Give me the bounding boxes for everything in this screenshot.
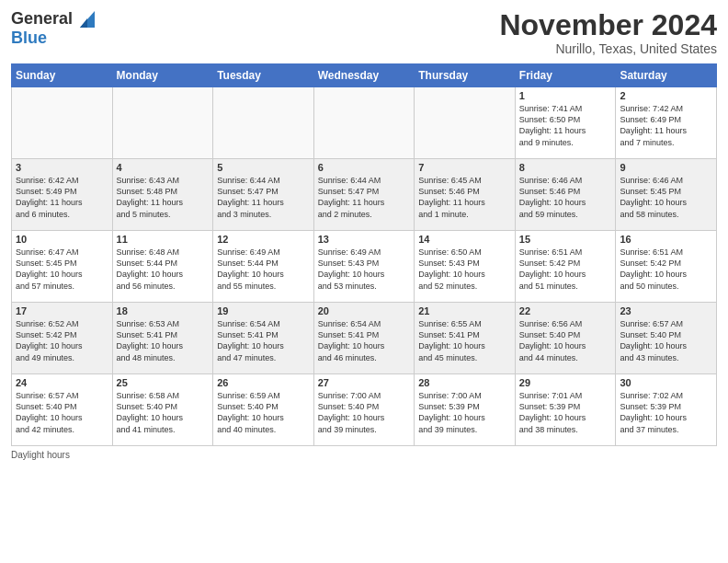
calendar-week-1: 1Sunrise: 7:41 AMSunset: 6:50 PMDaylight… bbox=[12, 87, 717, 159]
calendar-cell-26: 22Sunrise: 6:56 AMSunset: 5:40 PMDayligh… bbox=[515, 303, 616, 374]
calendar-cell-24: 20Sunrise: 6:54 AMSunset: 5:41 PMDayligh… bbox=[313, 303, 415, 374]
day-number: 26 bbox=[217, 377, 310, 388]
day-number: 25 bbox=[117, 377, 210, 388]
day-info: Sunrise: 6:51 AMSunset: 5:42 PMDaylight:… bbox=[620, 247, 712, 292]
day-info: Sunrise: 6:56 AMSunset: 5:40 PMDaylight:… bbox=[519, 318, 612, 363]
day-info: Sunrise: 6:43 AMSunset: 5:48 PMDaylight:… bbox=[117, 175, 210, 220]
day-number: 27 bbox=[318, 377, 411, 388]
day-info: Sunrise: 6:46 AMSunset: 5:46 PMDaylight:… bbox=[519, 175, 612, 220]
day-number: 11 bbox=[117, 234, 210, 245]
day-number: 12 bbox=[217, 234, 310, 245]
day-number: 29 bbox=[519, 377, 612, 388]
day-info: Sunrise: 6:55 AMSunset: 5:41 PMDaylight:… bbox=[418, 318, 511, 363]
calendar-header-friday: Friday bbox=[515, 64, 616, 87]
day-info: Sunrise: 6:54 AMSunset: 5:41 PMDaylight:… bbox=[217, 318, 310, 363]
day-number: 15 bbox=[519, 234, 612, 245]
day-info: Sunrise: 6:57 AMSunset: 5:40 PMDaylight:… bbox=[16, 390, 108, 435]
day-number: 28 bbox=[418, 377, 511, 388]
day-number: 14 bbox=[418, 234, 511, 245]
day-info: Sunrise: 7:00 AMSunset: 5:40 PMDaylight:… bbox=[318, 390, 411, 435]
calendar-cell-15: 11Sunrise: 6:48 AMSunset: 5:44 PMDayligh… bbox=[112, 231, 213, 303]
day-number: 13 bbox=[318, 234, 411, 245]
calendar-cell-28: 24Sunrise: 6:57 AMSunset: 5:40 PMDayligh… bbox=[12, 374, 113, 446]
day-info: Sunrise: 6:49 AMSunset: 5:44 PMDaylight:… bbox=[217, 247, 310, 292]
day-number: 4 bbox=[117, 162, 210, 173]
calendar-cell-10: 6Sunrise: 6:44 AMSunset: 5:47 PMDaylight… bbox=[313, 159, 415, 231]
month-title: November 2024 bbox=[499, 9, 717, 41]
day-number: 10 bbox=[16, 234, 108, 245]
day-number: 2 bbox=[620, 90, 712, 101]
calendar-week-4: 17Sunrise: 6:52 AMSunset: 5:42 PMDayligh… bbox=[12, 303, 717, 374]
calendar-cell-16: 12Sunrise: 6:49 AMSunset: 5:44 PMDayligh… bbox=[213, 231, 314, 303]
day-info: Sunrise: 6:44 AMSunset: 5:47 PMDaylight:… bbox=[318, 175, 411, 220]
calendar-week-3: 10Sunrise: 6:47 AMSunset: 5:45 PMDayligh… bbox=[12, 231, 717, 303]
calendar-cell-18: 14Sunrise: 6:50 AMSunset: 5:43 PMDayligh… bbox=[415, 231, 516, 303]
day-number: 18 bbox=[117, 305, 210, 316]
day-info: Sunrise: 6:58 AMSunset: 5:40 PMDaylight:… bbox=[117, 390, 210, 435]
calendar-cell-1 bbox=[112, 87, 213, 159]
calendar-header-monday: Monday bbox=[112, 64, 213, 87]
day-number: 22 bbox=[519, 305, 612, 316]
calendar-cell-13: 9Sunrise: 6:46 AMSunset: 5:45 PMDaylight… bbox=[616, 159, 717, 231]
calendar-cell-8: 4Sunrise: 6:43 AMSunset: 5:48 PMDaylight… bbox=[112, 159, 213, 231]
day-number: 8 bbox=[519, 162, 612, 173]
day-info: Sunrise: 7:01 AMSunset: 5:39 PMDaylight:… bbox=[519, 390, 612, 435]
day-info: Sunrise: 6:49 AMSunset: 5:43 PMDaylight:… bbox=[318, 247, 411, 292]
calendar-cell-7: 3Sunrise: 6:42 AMSunset: 5:49 PMDaylight… bbox=[12, 159, 113, 231]
day-info: Sunrise: 6:50 AMSunset: 5:43 PMDaylight:… bbox=[418, 247, 511, 292]
calendar-cell-9: 5Sunrise: 6:44 AMSunset: 5:47 PMDaylight… bbox=[213, 159, 314, 231]
calendar-cell-22: 18Sunrise: 6:53 AMSunset: 5:41 PMDayligh… bbox=[112, 303, 213, 374]
day-info: Sunrise: 6:53 AMSunset: 5:41 PMDaylight:… bbox=[117, 318, 210, 363]
calendar-cell-23: 19Sunrise: 6:54 AMSunset: 5:41 PMDayligh… bbox=[213, 303, 314, 374]
calendar-header-tuesday: Tuesday bbox=[213, 64, 314, 87]
day-info: Sunrise: 6:51 AMSunset: 5:42 PMDaylight:… bbox=[519, 247, 612, 292]
calendar-cell-29: 25Sunrise: 6:58 AMSunset: 5:40 PMDayligh… bbox=[112, 374, 213, 446]
calendar-cell-0 bbox=[12, 87, 113, 159]
day-number: 30 bbox=[620, 377, 712, 388]
day-info: Sunrise: 6:47 AMSunset: 5:45 PMDaylight:… bbox=[16, 247, 108, 292]
day-number: 5 bbox=[217, 162, 310, 173]
calendar-cell-2 bbox=[213, 87, 314, 159]
day-number: 17 bbox=[16, 305, 108, 316]
calendar-cell-4 bbox=[415, 87, 516, 159]
day-number: 1 bbox=[519, 90, 612, 101]
calendar-week-2: 3Sunrise: 6:42 AMSunset: 5:49 PMDaylight… bbox=[12, 159, 717, 231]
day-info: Sunrise: 6:45 AMSunset: 5:46 PMDaylight:… bbox=[418, 175, 511, 220]
calendar-cell-14: 10Sunrise: 6:47 AMSunset: 5:45 PMDayligh… bbox=[12, 231, 113, 303]
day-info: Sunrise: 6:42 AMSunset: 5:49 PMDaylight:… bbox=[16, 175, 108, 220]
svg-marker-1 bbox=[80, 18, 87, 28]
footer-note: Daylight hours bbox=[11, 450, 717, 460]
calendar-header-sunday: Sunday bbox=[12, 64, 113, 87]
calendar-header-row: SundayMondayTuesdayWednesdayThursdayFrid… bbox=[12, 64, 717, 87]
logo-general-text: General bbox=[11, 9, 73, 29]
day-number: 7 bbox=[418, 162, 511, 173]
day-info: Sunrise: 7:00 AMSunset: 5:39 PMDaylight:… bbox=[418, 390, 511, 435]
day-info: Sunrise: 6:59 AMSunset: 5:40 PMDaylight:… bbox=[217, 390, 310, 435]
calendar-cell-25: 21Sunrise: 6:55 AMSunset: 5:41 PMDayligh… bbox=[415, 303, 516, 374]
day-number: 16 bbox=[620, 234, 712, 245]
day-number: 20 bbox=[318, 305, 411, 316]
header: General Blue November 2024 Nurillo, Texa… bbox=[11, 9, 717, 56]
calendar-cell-19: 15Sunrise: 6:51 AMSunset: 5:42 PMDayligh… bbox=[515, 231, 616, 303]
day-number: 23 bbox=[620, 305, 712, 316]
calendar-table: SundayMondayTuesdayWednesdayThursdayFrid… bbox=[11, 63, 717, 446]
calendar-cell-5: 1Sunrise: 7:41 AMSunset: 6:50 PMDaylight… bbox=[515, 87, 616, 159]
day-number: 21 bbox=[418, 305, 511, 316]
day-number: 6 bbox=[318, 162, 411, 173]
calendar-cell-33: 29Sunrise: 7:01 AMSunset: 5:39 PMDayligh… bbox=[515, 374, 616, 446]
title-block: November 2024 Nurillo, Texas, United Sta… bbox=[499, 9, 717, 56]
day-info: Sunrise: 7:02 AMSunset: 5:39 PMDaylight:… bbox=[620, 390, 712, 435]
page-container: General Blue November 2024 Nurillo, Texa… bbox=[0, 0, 728, 465]
logo-icon bbox=[74, 11, 95, 28]
calendar-cell-20: 16Sunrise: 6:51 AMSunset: 5:42 PMDayligh… bbox=[616, 231, 717, 303]
calendar-header-saturday: Saturday bbox=[616, 64, 717, 87]
calendar-header-thursday: Thursday bbox=[415, 64, 516, 87]
calendar-cell-6: 2Sunrise: 7:42 AMSunset: 6:49 PMDaylight… bbox=[616, 87, 717, 159]
calendar-cell-21: 17Sunrise: 6:52 AMSunset: 5:42 PMDayligh… bbox=[12, 303, 113, 374]
day-number: 24 bbox=[16, 377, 108, 388]
calendar-cell-12: 8Sunrise: 6:46 AMSunset: 5:46 PMDaylight… bbox=[515, 159, 616, 231]
calendar-cell-32: 28Sunrise: 7:00 AMSunset: 5:39 PMDayligh… bbox=[415, 374, 516, 446]
day-number: 3 bbox=[16, 162, 108, 173]
day-number: 19 bbox=[217, 305, 310, 316]
calendar-cell-30: 26Sunrise: 6:59 AMSunset: 5:40 PMDayligh… bbox=[213, 374, 314, 446]
